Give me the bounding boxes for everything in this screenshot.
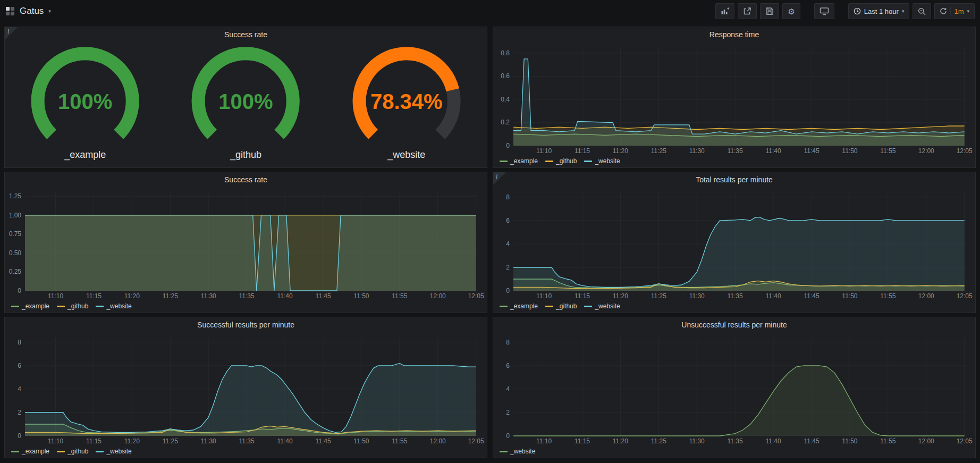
legend-label: _github bbox=[67, 302, 88, 310]
monitor-icon bbox=[820, 7, 829, 15]
legend-item-_example[interactable]: _example bbox=[500, 157, 538, 165]
svg-text:0.8: 0.8 bbox=[501, 49, 510, 57]
legend-color-icon bbox=[11, 451, 19, 452]
legend-item-_example[interactable]: _example bbox=[500, 302, 538, 310]
dashboard-grid-icon[interactable] bbox=[5, 6, 15, 16]
save-button[interactable] bbox=[760, 3, 779, 19]
svg-text:11:40: 11:40 bbox=[766, 292, 781, 300]
svg-text:0.75: 0.75 bbox=[9, 230, 22, 238]
series-fill-_website bbox=[25, 215, 476, 291]
panel-success-rate-graph: Success rate 00.250.500.751.001.2511:101… bbox=[4, 172, 487, 313]
zoom-out-button[interactable] bbox=[913, 3, 931, 19]
chart-body: 0246811:1011:1511:2011:2511:3011:3511:40… bbox=[5, 332, 487, 458]
series-fill-_website bbox=[513, 366, 965, 436]
svg-text:11:25: 11:25 bbox=[651, 437, 666, 445]
svg-text:11:15: 11:15 bbox=[575, 292, 590, 300]
panel-title[interactable]: Success rate bbox=[224, 30, 267, 39]
gauge-value: 100% bbox=[165, 90, 326, 114]
panel-title[interactable]: Unsuccessful results per minute bbox=[681, 321, 787, 329]
panel-title[interactable]: Successful results per minute bbox=[197, 321, 294, 329]
gauge-website: 78.34% _website bbox=[326, 43, 487, 167]
legend-item-_example[interactable]: _example bbox=[11, 302, 49, 310]
gauge-label: _website bbox=[387, 149, 425, 161]
legend-label: _website bbox=[510, 448, 535, 455]
legend-color-icon bbox=[57, 451, 65, 452]
chart-body: 0246811:1011:1511:2011:2511:3011:3511:40… bbox=[493, 332, 975, 458]
time-series-chart: 00.20.40.60.811:1011:1511:2011:2511:3011… bbox=[493, 42, 975, 155]
legend-item-_github[interactable]: _github bbox=[57, 302, 88, 310]
svg-text:11:40: 11:40 bbox=[277, 292, 293, 300]
svg-text:12:05: 12:05 bbox=[468, 437, 484, 445]
gauge-value: 78.34% bbox=[326, 90, 487, 114]
svg-text:11:50: 11:50 bbox=[842, 292, 857, 300]
svg-text:11:45: 11:45 bbox=[315, 292, 331, 300]
svg-text:11:15: 11:15 bbox=[86, 292, 102, 300]
svg-text:11:10: 11:10 bbox=[536, 292, 552, 300]
dashboard-title[interactable]: Gatus bbox=[20, 6, 44, 16]
chart-body: 00.250.500.751.001.2511:1011:1511:2011:2… bbox=[5, 187, 487, 313]
svg-text:11:35: 11:35 bbox=[239, 292, 255, 300]
svg-text:11:10: 11:10 bbox=[536, 147, 552, 155]
caret-down-icon: ▾ bbox=[967, 9, 969, 14]
svg-text:11:20: 11:20 bbox=[613, 292, 628, 300]
legend-color-icon bbox=[96, 306, 104, 307]
navbar: Gatus ▾ ⚙ bbox=[0, 0, 980, 22]
svg-text:11:30: 11:30 bbox=[689, 147, 705, 155]
legend-label: _website bbox=[595, 302, 620, 310]
chart-body: 0246811:1011:1511:2011:2511:3011:3511:40… bbox=[493, 187, 975, 313]
refresh-picker[interactable]: 1m ▾ bbox=[934, 3, 975, 19]
add-panel-button[interactable] bbox=[715, 3, 734, 19]
gauge-label: _github bbox=[230, 149, 261, 161]
svg-text:12:05: 12:05 bbox=[957, 147, 973, 155]
legend-color-icon bbox=[57, 306, 65, 307]
svg-text:11:55: 11:55 bbox=[392, 437, 407, 445]
caret-down-icon[interactable]: ▾ bbox=[48, 9, 51, 14]
share-icon bbox=[743, 7, 751, 15]
svg-text:11:35: 11:35 bbox=[728, 147, 743, 155]
legend-item-_github[interactable]: _github bbox=[57, 448, 88, 455]
panel-title[interactable]: Total results per minute bbox=[696, 175, 773, 184]
svg-text:0.50: 0.50 bbox=[9, 249, 22, 257]
info-corner-icon[interactable]: i bbox=[493, 172, 506, 185]
share-button[interactable] bbox=[738, 3, 757, 19]
legend: _website bbox=[500, 447, 535, 456]
panel-title[interactable]: Response time bbox=[709, 30, 759, 39]
svg-text:11:50: 11:50 bbox=[353, 437, 369, 445]
legend-item-_website[interactable]: _website bbox=[500, 448, 535, 455]
navbar-left: Gatus ▾ bbox=[5, 6, 51, 16]
svg-text:11:15: 11:15 bbox=[575, 437, 590, 445]
svg-text:0.25: 0.25 bbox=[9, 268, 22, 275]
legend-item-_example[interactable]: _example bbox=[11, 448, 49, 455]
panel-title[interactable]: Success rate bbox=[224, 175, 267, 184]
gauge-value: 100% bbox=[5, 90, 165, 114]
legend-item-_github[interactable]: _github bbox=[545, 302, 577, 310]
refresh-interval-label: 1m bbox=[954, 7, 964, 15]
svg-text:11:10: 11:10 bbox=[536, 437, 552, 445]
legend-item-_website[interactable]: _website bbox=[584, 302, 620, 310]
svg-text:0: 0 bbox=[506, 287, 510, 294]
svg-text:11:45: 11:45 bbox=[804, 292, 819, 300]
legend-item-_website[interactable]: _website bbox=[96, 302, 131, 310]
gauge-example: 100% _example bbox=[5, 43, 165, 167]
panel-response-time: Response time 00.20.40.60.811:1011:1511:… bbox=[493, 27, 976, 168]
svg-text:11:25: 11:25 bbox=[651, 147, 666, 155]
svg-text:6: 6 bbox=[18, 362, 21, 369]
panel-header: Total results per minute bbox=[493, 172, 975, 187]
svg-text:4: 4 bbox=[506, 240, 510, 248]
legend-item-_website[interactable]: _website bbox=[96, 448, 131, 455]
settings-button[interactable]: ⚙ bbox=[782, 3, 800, 19]
legend-item-_github[interactable]: _github bbox=[545, 157, 577, 165]
info-corner-icon[interactable]: i bbox=[5, 27, 18, 40]
time-range-picker[interactable]: Last 1 hour ▾ bbox=[848, 3, 910, 19]
svg-text:6: 6 bbox=[506, 217, 510, 224]
svg-text:8: 8 bbox=[506, 339, 510, 346]
legend-label: _github bbox=[556, 302, 577, 310]
svg-text:11:25: 11:25 bbox=[651, 292, 666, 300]
svg-text:11:25: 11:25 bbox=[163, 292, 178, 300]
svg-text:11:20: 11:20 bbox=[124, 292, 140, 300]
gear-icon: ⚙ bbox=[788, 7, 795, 15]
svg-text:11:40: 11:40 bbox=[277, 437, 293, 445]
cycle-view-button[interactable] bbox=[814, 3, 834, 19]
svg-text:11:25: 11:25 bbox=[163, 437, 178, 445]
legend-item-_website[interactable]: _website bbox=[584, 157, 620, 165]
